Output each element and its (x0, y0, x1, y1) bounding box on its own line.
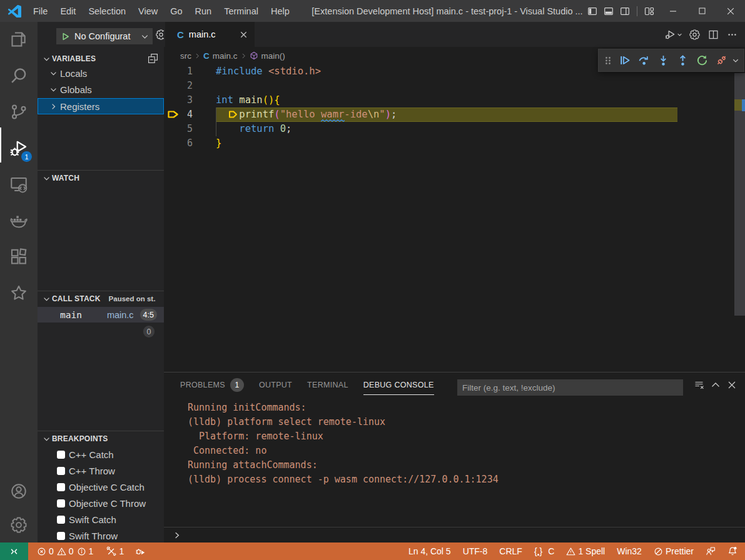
variables-header[interactable]: VARIABLES (38, 51, 164, 66)
debug-continue-icon[interactable] (615, 49, 634, 72)
menu-file[interactable]: File (27, 0, 54, 22)
menu-help[interactable]: Help (265, 0, 296, 22)
panel-tab-problems[interactable]: PROBLEMS1 (173, 372, 251, 398)
variables-title: VARIABLES (52, 54, 96, 63)
slash-circle-icon (654, 547, 663, 556)
menu-selection[interactable]: Selection (82, 0, 132, 22)
status-language-mode[interactable]: {}C (534, 546, 555, 556)
toggle-secondary-sidebar-icon[interactable] (617, 0, 633, 22)
frame-name: main (60, 310, 82, 320)
debug-disconnect-icon[interactable] (712, 49, 731, 72)
configure-launch-gear-icon[interactable] (156, 29, 164, 40)
chevron-down-icon (42, 434, 52, 444)
variables-item-locals[interactable]: Locals (38, 65, 164, 81)
breakpoint-swift-throw[interactable]: Swift Throw (38, 528, 164, 542)
checkbox-unchecked[interactable] (57, 451, 65, 459)
stack-frame-main[interactable]: mainmain.c4:5 (38, 307, 164, 322)
checkbox-unchecked[interactable] (57, 467, 65, 475)
toggle-panel-icon[interactable] (601, 0, 617, 22)
debug-status-icon (135, 546, 146, 557)
activity-remote-explorer[interactable] (0, 169, 38, 199)
maximize-panel-icon[interactable] (707, 372, 724, 398)
customize-layout-icon[interactable] (641, 0, 657, 22)
breadcrumb-item[interactable]: src (180, 51, 191, 61)
activity-manage[interactable] (0, 510, 38, 540)
status-notifications[interactable] (727, 546, 737, 556)
menu-view[interactable]: View (132, 0, 164, 22)
run-or-debug-icon[interactable] (662, 22, 685, 47)
breakpoint-c-catch[interactable]: C++ Catch (38, 446, 164, 462)
activity-accounts[interactable] (0, 476, 38, 506)
start-debug-icon[interactable] (61, 32, 70, 41)
breadcrumb-item[interactable]: main() (261, 51, 285, 61)
debug-restart-icon[interactable] (692, 49, 712, 72)
close-panel-icon[interactable] (724, 372, 740, 398)
breadcrumb-item[interactable]: main.c (213, 51, 238, 61)
status-feedback[interactable] (706, 546, 716, 556)
toolbar-chevron-down-icon[interactable] (731, 56, 742, 65)
console-input-row[interactable] (164, 527, 745, 543)
minimize-button[interactable] (659, 0, 687, 22)
breakpoints-header[interactable]: BREAKPOINTS (38, 431, 164, 446)
debug-status[interactable] (135, 546, 146, 557)
checkbox-unchecked[interactable] (57, 516, 65, 524)
menu-go[interactable]: Go (164, 0, 188, 22)
menu-terminal[interactable]: Terminal (218, 0, 265, 22)
code-area[interactable]: 1#include <stdio.h>23int main(){4 printf… (164, 64, 745, 372)
activity-explorer[interactable] (0, 24, 38, 54)
activity-wamr-ide[interactable] (0, 278, 38, 308)
more-actions-icon[interactable] (722, 22, 741, 47)
collapse-all-icon[interactable] (148, 53, 158, 64)
activity-search[interactable] (0, 61, 38, 91)
variables-item-globals[interactable]: Globals (38, 81, 164, 98)
variables-item-registers[interactable]: Registers (38, 98, 164, 114)
toolbar-grip-icon[interactable] (604, 56, 612, 66)
debug-step-over-icon[interactable] (634, 49, 654, 72)
tab-close-icon[interactable] (239, 30, 248, 39)
problems-badge: 1 (230, 378, 244, 392)
activity-run-and-debug[interactable]: 1 (0, 133, 38, 163)
menu-edit[interactable]: Edit (54, 0, 82, 22)
status-encoding[interactable]: UTF-8 (463, 546, 488, 556)
remote-indicator[interactable] (0, 542, 28, 560)
status-spell-checker[interactable]: 1 Spell (566, 546, 605, 556)
breakpoint-c-throw[interactable]: C++ Throw (38, 462, 164, 479)
panel-tab-terminal[interactable]: TERMINAL (300, 372, 356, 398)
debug-config-dropdown[interactable]: No Configurat (56, 28, 153, 44)
status-cursor-position[interactable]: Ln 4, Col 5 (408, 546, 451, 556)
close-button[interactable] (716, 0, 745, 22)
editor-settings-gear-icon[interactable] (685, 22, 704, 47)
clear-console-icon[interactable] (691, 372, 707, 398)
panel-tab-debug-console[interactable]: DEBUG CONSOLE (356, 372, 442, 398)
status-platform[interactable]: Win32 (617, 546, 642, 556)
breakpoint-swift-catch[interactable]: Swift Catch (38, 511, 164, 528)
checkbox-unchecked[interactable] (57, 483, 65, 491)
breakpoint-objective-c-catch[interactable]: Objective C Catch (38, 479, 164, 495)
line-number: 2 (164, 79, 193, 93)
split-editor-icon[interactable] (704, 22, 722, 47)
problems-status[interactable]: 0 0 1 (37, 546, 93, 556)
watch-header[interactable]: WATCH (38, 171, 164, 186)
panel-tab-output[interactable]: OUTPUT (251, 372, 300, 398)
status-prettier[interactable]: Prettier (654, 546, 694, 556)
status-label: Prettier (666, 546, 694, 556)
maximize-button[interactable] (687, 0, 716, 22)
status-eol[interactable]: CRLF (499, 546, 522, 556)
activity-docker[interactable] (0, 206, 38, 236)
checkbox-unchecked[interactable] (57, 499, 65, 508)
toggle-sidebar-icon[interactable] (584, 0, 601, 22)
debug-step-into-icon[interactable] (654, 49, 673, 72)
activity-extensions[interactable] (0, 242, 38, 272)
breakpoint-objective-c-throw[interactable]: Objective C Throw (38, 495, 164, 511)
console-filter-input[interactable] (457, 379, 683, 396)
call-stack-header[interactable]: CALL STACKPaused on st... (38, 291, 164, 306)
debug-step-out-icon[interactable] (673, 49, 692, 72)
tab-main-c[interactable]: C main.c (165, 22, 255, 47)
menu-run[interactable]: Run (189, 0, 218, 22)
console-line: (lldb) platform select remote-linux (188, 415, 499, 429)
tools-status[interactable]: 1 (106, 546, 124, 556)
debug-console-output[interactable]: Running initCommands:(lldb) platform sel… (188, 401, 499, 487)
activity-source-control[interactable] (0, 97, 38, 127)
checkbox-unchecked[interactable] (57, 532, 65, 540)
stack-session-row[interactable]: 0 (38, 324, 164, 339)
